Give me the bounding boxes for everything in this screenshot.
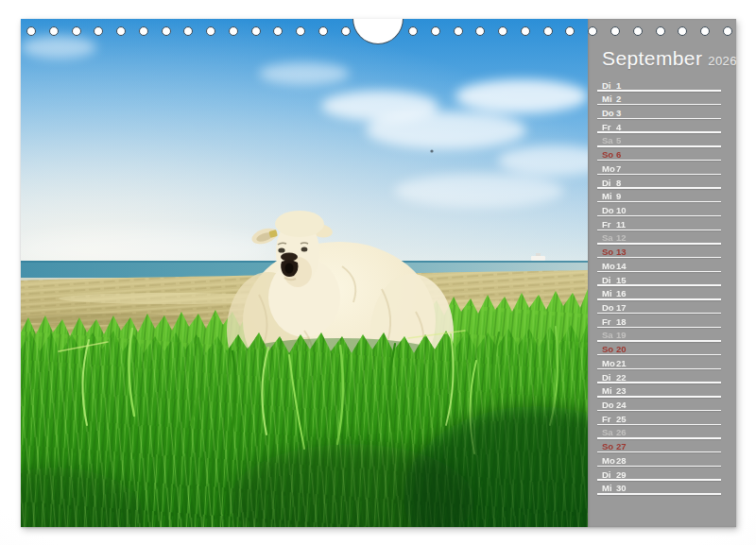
day-number: 27	[616, 441, 627, 451]
binding-hole-icon	[498, 26, 507, 36]
day-abbr: Di	[602, 80, 611, 91]
day-number: 16	[616, 288, 627, 298]
day-abbr: Di	[602, 275, 611, 285]
binding-hole-icon	[183, 26, 193, 36]
day-abbr: Sa	[602, 135, 613, 145]
binding-hole-icon	[229, 26, 238, 36]
day-number: 26	[616, 427, 627, 437]
calendar-day-row: Sa 19	[597, 329, 721, 343]
calendar-day-row: Do 3	[597, 106, 721, 120]
day-abbr: So	[602, 441, 613, 451]
calendar-day-row: Mi 16	[597, 287, 721, 301]
day-number: 9	[616, 191, 621, 201]
day-number: 18	[616, 316, 627, 327]
day-number: 15	[616, 275, 627, 285]
binding-hole-icon	[633, 26, 643, 36]
calendar-day-row: Di 15	[597, 273, 721, 287]
day-number: 12	[616, 232, 627, 243]
day-abbr: Di	[602, 178, 611, 188]
day-number: 24	[616, 400, 627, 410]
day-abbr: Mo	[602, 261, 615, 271]
calendar-day-row: Mi 23	[597, 384, 721, 399]
day-number: 6	[616, 149, 621, 160]
day-number: 30	[616, 483, 627, 493]
day-abbr: Mo	[602, 358, 615, 368]
binding-hole-icon	[94, 26, 103, 36]
binding-hole-icon	[273, 26, 283, 36]
calendar-day-row: So 20	[597, 343, 721, 357]
sheep-meadow-illustration	[21, 19, 588, 527]
year-label: 2026	[708, 54, 737, 68]
calendar-day-row: Mi 9	[597, 190, 721, 204]
calendar-day-row: So 27	[597, 440, 721, 454]
grass-foreground	[21, 323, 588, 527]
calendar-day-row: Mi 30	[597, 482, 721, 496]
day-abbr: Mi	[602, 191, 612, 201]
binding-hole-icon	[431, 26, 440, 36]
day-number: 29	[616, 469, 627, 480]
day-number: 5	[616, 135, 621, 145]
day-abbr: Sa	[602, 427, 613, 437]
binding-hole-icon	[678, 26, 687, 36]
calendar-day-row: Do 24	[597, 399, 721, 413]
binding-hole-icon	[454, 26, 463, 36]
binding-hole-icon	[341, 26, 351, 36]
day-number: 14	[616, 261, 627, 271]
day-number: 3	[616, 108, 621, 118]
calendar-day-row: Mi 2	[597, 93, 721, 107]
day-number: 21	[616, 358, 627, 368]
calendar-day-row: So 13	[597, 246, 721, 260]
bird-icon	[430, 149, 433, 152]
binding-hole-icon	[475, 26, 485, 36]
day-abbr: Di	[602, 469, 611, 480]
day-number: 22	[616, 372, 627, 383]
day-number: 19	[616, 330, 627, 340]
day-number: 28	[616, 455, 627, 466]
calendar-day-row: Di 1	[597, 78, 721, 93]
calendar-day-row: Mo 21	[597, 356, 721, 370]
day-abbr: Mo	[602, 163, 615, 174]
day-number: 20	[616, 344, 627, 354]
day-abbr: Fr	[602, 316, 611, 327]
binding-hole-icon	[116, 26, 126, 36]
product-photo-stage: September2026 Di 1 Mi 2 Do 3 Fr 4 Sa 5 S…	[0, 0, 756, 545]
day-abbr: So	[602, 149, 613, 160]
calendar-day-row: Do 10	[597, 203, 721, 217]
binding-hole-icon	[139, 26, 148, 36]
calendar-day-row: Fr 11	[597, 217, 721, 231]
binding-hole-icon	[565, 26, 575, 36]
day-number: 23	[616, 385, 627, 396]
day-abbr: Do	[602, 400, 614, 410]
binding-hole-icon	[26, 26, 36, 36]
binding-hole-icon	[408, 26, 418, 36]
calendar-day-row: Di 8	[597, 176, 721, 190]
binding-hole-icon	[521, 26, 530, 36]
calendar-day-row: Mo 28	[597, 453, 721, 468]
day-abbr: Mi	[602, 385, 612, 396]
calendar-day-row: So 6	[597, 148, 721, 162]
calendar-day-row: Sa 12	[597, 231, 721, 246]
binding-hole-icon	[296, 26, 305, 36]
day-abbr: Mo	[602, 455, 615, 466]
binding-hole-icon	[700, 26, 710, 36]
day-number: 2	[616, 94, 621, 104]
binding-hole-icon	[588, 26, 597, 36]
day-abbr: Mi	[602, 288, 612, 298]
day-abbr: Sa	[602, 232, 613, 243]
binding-hole-icon	[543, 26, 553, 36]
day-abbr: Do	[602, 205, 614, 215]
month-label: September	[602, 47, 702, 69]
day-number: 4	[616, 122, 621, 132]
binding-hole-icon	[723, 26, 732, 36]
binding-hole-icon	[656, 26, 665, 36]
calendar-day-row: Fr 4	[597, 120, 721, 134]
calendar-day-row: Di 29	[597, 468, 721, 482]
day-number: 7	[616, 163, 621, 174]
calendar-day-row: Fr 25	[597, 412, 721, 426]
binding-hole-icon	[318, 26, 328, 36]
day-number: 1	[616, 80, 621, 91]
binding-hole-icon	[162, 26, 171, 36]
day-abbr: Fr	[602, 122, 611, 132]
calendar-sidebar: September2026 Di 1 Mi 2 Do 3 Fr 4 Sa 5 S…	[588, 19, 736, 527]
calendar-day-row: Mo 14	[597, 259, 721, 273]
